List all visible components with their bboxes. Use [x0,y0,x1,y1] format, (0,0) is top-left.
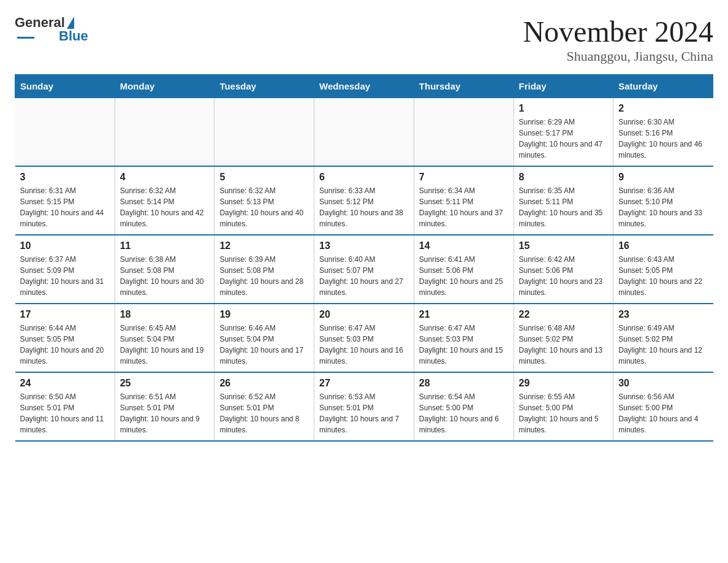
day-info: Sunrise: 6:40 AMSunset: 5:07 PMDaylight:… [319,254,409,298]
day-number: 8 [519,172,609,183]
day-info: Sunrise: 6:39 AMSunset: 5:08 PMDaylight:… [219,254,309,298]
calendar-week-row: 3Sunrise: 6:31 AMSunset: 5:15 PMDaylight… [15,166,713,235]
day-info: Sunrise: 6:41 AMSunset: 5:06 PMDaylight:… [419,254,509,298]
logo: General Blue [15,15,88,44]
calendar-table: SundayMondayTuesdayWednesdayThursdayFrid… [15,74,713,442]
calendar-week-row: 24Sunrise: 6:50 AMSunset: 5:01 PMDayligh… [15,372,713,441]
calendar-cell [115,98,214,167]
header-thursday: Thursday [414,75,514,98]
calendar-cell: 16Sunrise: 6:43 AMSunset: 5:05 PMDayligh… [613,235,713,304]
calendar-cell: 4Sunrise: 6:32 AMSunset: 5:14 PMDaylight… [115,166,214,235]
day-info: Sunrise: 6:55 AMSunset: 5:00 PMDaylight:… [519,391,609,435]
day-number: 24 [20,378,110,389]
day-info: Sunrise: 6:51 AMSunset: 5:01 PMDaylight:… [120,391,210,435]
calendar-cell: 6Sunrise: 6:33 AMSunset: 5:12 PMDaylight… [314,166,414,235]
title-section: November 2024 Shuanggou, Jiangsu, China [523,15,713,64]
calendar-cell [314,98,414,167]
calendar-cell: 28Sunrise: 6:54 AMSunset: 5:00 PMDayligh… [414,372,514,441]
day-number: 7 [419,172,509,183]
day-number: 21 [419,309,509,320]
calendar-cell: 22Sunrise: 6:48 AMSunset: 5:02 PMDayligh… [514,304,613,372]
day-number: 19 [219,309,309,320]
day-number: 25 [120,378,210,389]
day-info: Sunrise: 6:30 AMSunset: 5:16 PMDaylight:… [618,117,708,161]
page-header: General Blue November 2024 Shuanggou, Ji… [15,15,713,64]
day-number: 23 [618,309,708,320]
day-info: Sunrise: 6:32 AMSunset: 5:13 PMDaylight:… [219,185,309,229]
day-number: 3 [20,172,110,183]
calendar-cell: 3Sunrise: 6:31 AMSunset: 5:15 PMDaylight… [15,166,115,235]
day-info: Sunrise: 6:33 AMSunset: 5:12 PMDaylight:… [319,185,409,229]
day-info: Sunrise: 6:36 AMSunset: 5:10 PMDaylight:… [618,185,708,229]
day-info: Sunrise: 6:45 AMSunset: 5:04 PMDaylight:… [120,323,210,367]
day-info: Sunrise: 6:37 AMSunset: 5:09 PMDaylight:… [20,254,110,298]
location-text: Shuanggou, Jiangsu, China [523,48,713,64]
calendar-cell: 17Sunrise: 6:44 AMSunset: 5:05 PMDayligh… [15,304,115,372]
day-number: 22 [519,309,609,320]
header-sunday: Sunday [15,75,115,98]
day-number: 16 [618,240,708,251]
day-number: 18 [120,309,210,320]
calendar-cell [15,98,115,167]
month-title: November 2024 [523,15,713,48]
calendar-cell: 5Sunrise: 6:32 AMSunset: 5:13 PMDaylight… [214,166,314,235]
calendar-cell: 14Sunrise: 6:41 AMSunset: 5:06 PMDayligh… [414,235,514,304]
day-info: Sunrise: 6:38 AMSunset: 5:08 PMDaylight:… [120,254,210,298]
day-info: Sunrise: 6:52 AMSunset: 5:01 PMDaylight:… [219,391,309,435]
calendar-cell [414,98,514,167]
day-info: Sunrise: 6:54 AMSunset: 5:00 PMDaylight:… [419,391,509,435]
day-number: 12 [219,240,309,251]
calendar-cell: 25Sunrise: 6:51 AMSunset: 5:01 PMDayligh… [115,372,214,441]
calendar-cell: 8Sunrise: 6:35 AMSunset: 5:11 PMDaylight… [514,166,613,235]
logo-general-text: General [15,15,65,31]
day-number: 27 [319,378,409,389]
calendar-cell: 26Sunrise: 6:52 AMSunset: 5:01 PMDayligh… [214,372,314,441]
day-info: Sunrise: 6:50 AMSunset: 5:01 PMDaylight:… [20,391,110,435]
day-info: Sunrise: 6:35 AMSunset: 5:11 PMDaylight:… [519,185,609,229]
calendar-cell: 2Sunrise: 6:30 AMSunset: 5:16 PMDaylight… [613,98,713,167]
day-number: 5 [219,172,309,183]
day-info: Sunrise: 6:29 AMSunset: 5:17 PMDaylight:… [519,117,609,161]
day-info: Sunrise: 6:34 AMSunset: 5:11 PMDaylight:… [419,185,509,229]
header-friday: Friday [514,75,613,98]
calendar-cell: 10Sunrise: 6:37 AMSunset: 5:09 PMDayligh… [15,235,115,304]
day-number: 13 [319,240,409,251]
day-info: Sunrise: 6:53 AMSunset: 5:01 PMDaylight:… [319,391,409,435]
day-number: 6 [319,172,409,183]
calendar-header-row: SundayMondayTuesdayWednesdayThursdayFrid… [15,75,713,98]
day-number: 29 [519,378,609,389]
calendar-cell: 13Sunrise: 6:40 AMSunset: 5:07 PMDayligh… [314,235,414,304]
calendar-cell: 20Sunrise: 6:47 AMSunset: 5:03 PMDayligh… [314,304,414,372]
day-number: 17 [20,309,110,320]
calendar-cell: 9Sunrise: 6:36 AMSunset: 5:10 PMDaylight… [613,166,713,235]
calendar-cell: 23Sunrise: 6:49 AMSunset: 5:02 PMDayligh… [613,304,713,372]
day-number: 14 [419,240,509,251]
logo-triangle-icon [67,17,74,29]
header-wednesday: Wednesday [314,75,414,98]
day-number: 1 [519,103,609,114]
day-number: 15 [519,240,609,251]
header-saturday: Saturday [613,75,713,98]
day-number: 9 [618,172,708,183]
day-info: Sunrise: 6:44 AMSunset: 5:05 PMDaylight:… [20,323,110,367]
day-number: 30 [618,378,708,389]
day-number: 26 [219,378,309,389]
day-info: Sunrise: 6:42 AMSunset: 5:06 PMDaylight:… [519,254,609,298]
day-info: Sunrise: 6:31 AMSunset: 5:15 PMDaylight:… [20,185,110,229]
day-number: 4 [120,172,210,183]
day-info: Sunrise: 6:47 AMSunset: 5:03 PMDaylight:… [319,323,409,367]
day-info: Sunrise: 6:56 AMSunset: 5:00 PMDaylight:… [618,391,708,435]
day-number: 20 [319,309,409,320]
calendar-cell: 11Sunrise: 6:38 AMSunset: 5:08 PMDayligh… [115,235,214,304]
day-number: 28 [419,378,509,389]
calendar-cell: 30Sunrise: 6:56 AMSunset: 5:00 PMDayligh… [613,372,713,441]
calendar-cell: 12Sunrise: 6:39 AMSunset: 5:08 PMDayligh… [214,235,314,304]
calendar-cell: 27Sunrise: 6:53 AMSunset: 5:01 PMDayligh… [314,372,414,441]
calendar-cell: 19Sunrise: 6:46 AMSunset: 5:04 PMDayligh… [214,304,314,372]
calendar-cell: 24Sunrise: 6:50 AMSunset: 5:01 PMDayligh… [15,372,115,441]
day-info: Sunrise: 6:43 AMSunset: 5:05 PMDaylight:… [618,254,708,298]
day-info: Sunrise: 6:48 AMSunset: 5:02 PMDaylight:… [519,323,609,367]
calendar-week-row: 17Sunrise: 6:44 AMSunset: 5:05 PMDayligh… [15,304,713,372]
logo-blue-text: Blue [59,28,88,44]
header-monday: Monday [115,75,214,98]
